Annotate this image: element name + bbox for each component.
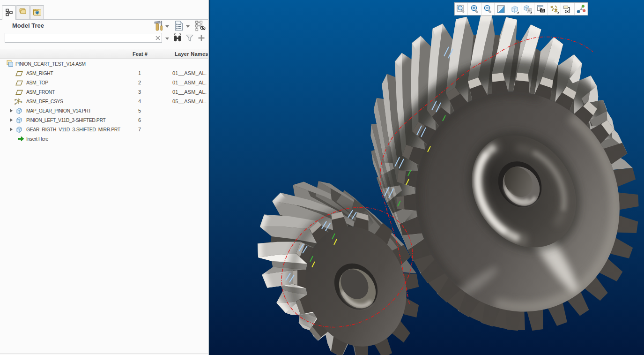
svg-text:x: x [21, 100, 22, 103]
svg-text:z: z [15, 102, 16, 105]
svg-text:y: y [15, 98, 16, 101]
